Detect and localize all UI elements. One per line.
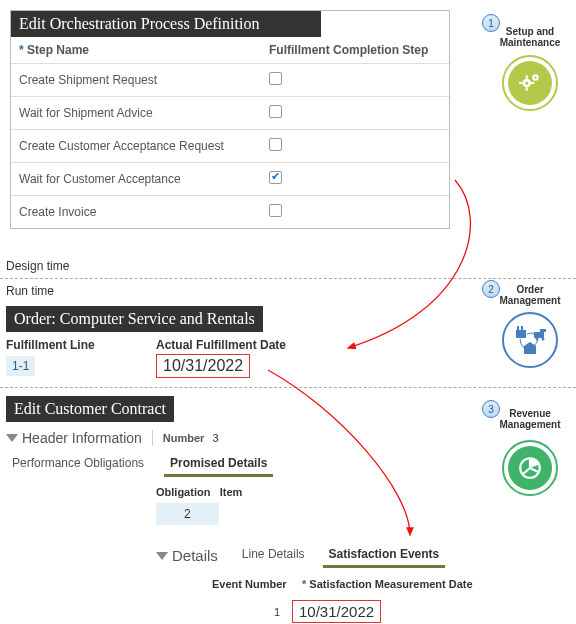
svg-rect-12 <box>540 329 546 332</box>
revenue-icon-circle <box>502 440 558 496</box>
setup-icon-circle <box>502 55 558 111</box>
step-name-cell: Wait for Shipment Advice <box>11 97 261 130</box>
svg-rect-5 <box>531 82 534 84</box>
tabs-primary: Performance Obligations Promised Details <box>6 452 486 477</box>
details-section: Details <box>156 547 218 564</box>
order-block: Order: Computer Service and Rentals Fulf… <box>6 306 286 378</box>
col-event-number: Event Number <box>206 578 296 590</box>
fulfillment-line-value[interactable]: 1-1 <box>6 356 35 376</box>
svg-rect-4 <box>519 82 522 84</box>
tab-satisfaction-events[interactable]: Satisfaction Events <box>323 543 446 568</box>
table-row: Create Invoice <box>11 196 449 229</box>
design-time-label: Design time <box>6 259 69 273</box>
contract-block: Edit Customer Contract Header Informatio… <box>6 396 486 623</box>
svg-rect-3 <box>526 87 528 90</box>
table-row: 1 10/31/2022 <box>206 600 486 623</box>
divider <box>152 430 153 446</box>
table-row: Wait for Shipment Advice <box>11 97 449 130</box>
gears-icon <box>517 70 543 96</box>
table-row: Wait for Customer Acceptance <box>11 163 449 196</box>
actual-date-value: 10/31/2022 <box>156 354 250 378</box>
header-information-label: Header Information <box>22 430 142 446</box>
separator-dashed <box>0 278 576 279</box>
svg-rect-10 <box>521 326 523 330</box>
step-name-cell: Wait for Customer Acceptance <box>11 163 261 196</box>
separator-dashed <box>0 387 576 388</box>
number-value: 3 <box>212 432 218 444</box>
obligation-value[interactable]: 2 <box>156 503 219 525</box>
orchestration-title: Edit Orchestration Process Definition <box>11 11 321 37</box>
col-step-name: Step Name <box>11 37 261 64</box>
orchestration-panel: Edit Orchestration Process Definition St… <box>10 10 450 229</box>
actual-date-header: Actual Fulfillment Date <box>156 338 286 352</box>
step-label-revenue: Revenue Management <box>490 408 570 430</box>
step-name-cell: Create Customer Acceptance Request <box>11 130 261 163</box>
table-row: Create Shipment Request <box>11 64 449 97</box>
svg-point-7 <box>534 77 536 79</box>
step-label-setup: Setup and Maintenance <box>490 26 570 48</box>
collapse-triangle-icon[interactable] <box>156 552 168 560</box>
obligation-header: Obligation <box>156 486 210 498</box>
item-header: Item <box>220 486 243 498</box>
tab-line-details[interactable]: Line Details <box>236 543 311 565</box>
orchestration-table: Step Name Fulfillment Completion Step Cr… <box>11 37 449 228</box>
fulfillment-checkbox[interactable] <box>269 138 282 151</box>
order-icon-circle <box>502 312 558 368</box>
tab-performance-obligations[interactable]: Performance Obligations <box>6 452 150 474</box>
svg-point-1 <box>525 81 528 84</box>
fulfillment-checkbox[interactable] <box>269 105 282 118</box>
fulfillment-checkbox[interactable] <box>269 72 282 85</box>
col-fulfillment-step: Fulfillment Completion Step <box>261 37 449 64</box>
fulfillment-checkbox[interactable] <box>269 171 282 184</box>
details-label: Details <box>172 547 218 564</box>
satisfaction-date-value: 10/31/2022 <box>292 600 381 623</box>
step-label-order: Order Management <box>490 284 570 306</box>
order-title: Order: Computer Service and Rentals <box>6 306 263 332</box>
run-time-label: Run time <box>6 284 54 298</box>
table-row: Create Customer Acceptance Request <box>11 130 449 163</box>
tab-promised-details[interactable]: Promised Details <box>164 452 273 477</box>
svg-rect-11 <box>534 332 544 338</box>
svg-rect-2 <box>526 75 528 78</box>
event-number-value: 1 <box>206 606 292 618</box>
supply-chain-icon <box>510 320 550 360</box>
events-table: Event Number Satisfaction Measurement Da… <box>206 578 486 623</box>
col-satisfaction-date: Satisfaction Measurement Date <box>296 578 479 590</box>
fulfillment-line-header: Fulfillment Line <box>6 338 156 352</box>
svg-rect-8 <box>516 330 526 338</box>
step-name-cell: Create Shipment Request <box>11 64 261 97</box>
collapse-triangle-icon[interactable] <box>6 434 18 442</box>
svg-line-18 <box>522 468 530 475</box>
step-name-cell: Create Invoice <box>11 196 261 229</box>
svg-point-14 <box>542 338 545 341</box>
pie-chart-icon <box>517 455 543 481</box>
fulfillment-checkbox[interactable] <box>269 204 282 217</box>
contract-title: Edit Customer Contract <box>6 396 174 422</box>
svg-rect-9 <box>517 326 519 330</box>
svg-line-17 <box>530 468 539 472</box>
number-label: Number <box>163 432 205 444</box>
